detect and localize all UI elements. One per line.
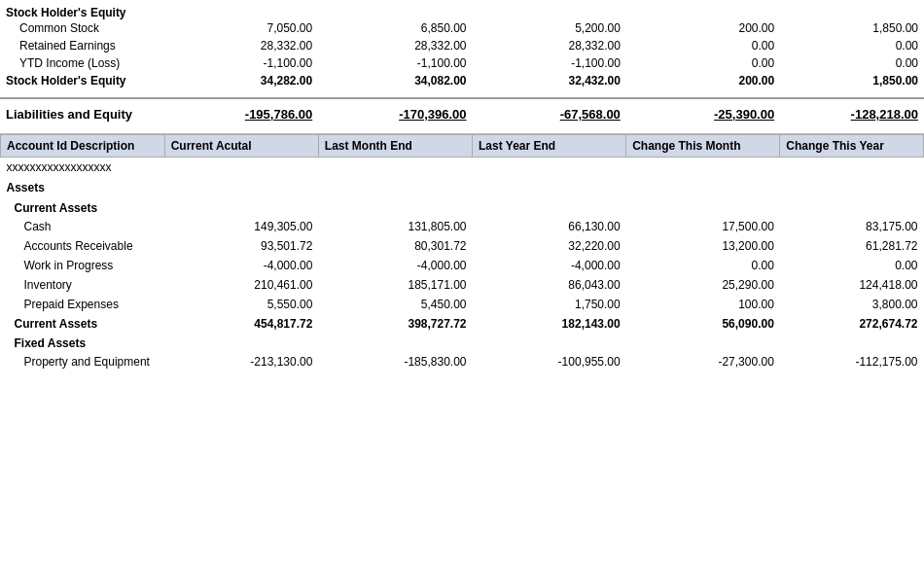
current-value: -1,100.00 [164, 54, 318, 72]
stockholders-equity-section-label: Stock Holder's Equity [0, 0, 164, 19]
last-month-value: 5,450.00 [318, 295, 472, 314]
current-value: -4,000.00 [164, 256, 318, 275]
assets-label: Assets [1, 177, 165, 198]
assets-section-header: Assets [1, 177, 924, 198]
current-assets-label: Current Assets [1, 198, 165, 217]
table-row: Prepaid Expenses 5,550.00 5,450.00 1,750… [1, 295, 924, 314]
col-header-last-month: Last Month End [318, 134, 472, 157]
change-month-value: 17,500.00 [626, 217, 780, 236]
row-label: Retained Earnings [0, 37, 164, 54]
change-month-value: 0.00 [626, 256, 780, 275]
subtotal-change-year: 1,850.00 [780, 72, 924, 89]
change-month-value: 25,290.00 [626, 275, 780, 295]
subtotal-change-month: 200.00 [626, 72, 780, 89]
col-header-last-year: Last Year End [473, 134, 626, 157]
placeholder-label: xxxxxxxxxxxxxxxxxx [1, 157, 165, 177]
last-month-value: 80,301.72 [318, 236, 472, 256]
last-year-value: 86,043.00 [473, 275, 626, 295]
last-month-value: 131,805.00 [318, 217, 472, 236]
subtotal-change-month: 56,090.00 [626, 314, 780, 334]
change-year-value: 0.00 [780, 256, 924, 275]
subtotal-last-month: 34,082.00 [318, 72, 472, 89]
row-label: Common Stock [0, 19, 164, 37]
last-month-value: 6,850.00 [318, 19, 472, 37]
col-header-current: Current Acutal [164, 134, 318, 157]
row-label: YTD Income (Loss) [0, 54, 164, 72]
col-header-change-month: Change This Month [626, 134, 780, 157]
subtotal-label: Stock Holder's Equity [0, 72, 164, 89]
total-change-month: -25,390.00 [626, 105, 780, 124]
last-year-value: -4,000.00 [473, 256, 626, 275]
table-row: Common Stock 7,050.00 6,850.00 5,200.00 … [0, 19, 924, 37]
change-month-value: -27,300.00 [626, 352, 780, 371]
subtotal-last-year: 32,432.00 [473, 72, 626, 89]
subtotal-last-year: 182,143.00 [473, 314, 626, 334]
last-month-value: -1,100.00 [318, 54, 472, 72]
table-row: YTD Income (Loss) -1,100.00 -1,100.00 -1… [0, 54, 924, 72]
total-last-month: -170,396.00 [318, 105, 472, 124]
current-value: 149,305.00 [164, 217, 318, 236]
row-label: Property and Equipment [1, 352, 165, 371]
row-label: Inventory [1, 275, 165, 295]
col-header-description: Account Id Description [1, 134, 165, 157]
current-value: 28,332.00 [164, 37, 318, 54]
current-value: 7,050.00 [164, 19, 318, 37]
last-month-value: -4,000.00 [318, 256, 472, 275]
col-header-change-year: Change This Year [780, 134, 924, 157]
fixed-assets-label: Fixed Assets [1, 334, 165, 352]
change-month-value: 100.00 [626, 295, 780, 314]
current-value: 93,501.72 [164, 236, 318, 256]
total-change-year: -128,218.00 [780, 105, 924, 124]
change-year-value: 83,175.00 [780, 217, 924, 236]
table-row: Inventory 210,461.00 185,171.00 86,043.0… [1, 275, 924, 295]
change-year-value: -112,175.00 [780, 352, 924, 371]
last-year-value: 32,220.00 [473, 236, 626, 256]
total-last-year: -67,568.00 [473, 105, 626, 124]
stockholders-equity-subtotal-row: Stock Holder's Equity 34,282.00 34,082.0… [0, 72, 924, 89]
last-year-value: -1,100.00 [473, 54, 626, 72]
subtotal-current: 34,282.00 [164, 72, 318, 89]
subtotal-change-year: 272,674.72 [780, 314, 924, 334]
current-assets-header: Current Assets [1, 198, 924, 217]
last-year-value: 1,750.00 [473, 295, 626, 314]
change-year-value: 0.00 [780, 37, 924, 54]
change-year-value: 61,281.72 [780, 236, 924, 256]
spacer-row [0, 124, 924, 133]
change-year-value: 124,418.00 [780, 275, 924, 295]
subtotal-current: 454,817.72 [164, 314, 318, 334]
column-header-row: Account Id Description Current Acutal La… [1, 134, 924, 157]
change-year-value: 3,800.00 [780, 295, 924, 314]
divider-row [0, 89, 924, 105]
row-label: Accounts Receivable [1, 236, 165, 256]
change-month-value: 0.00 [626, 37, 780, 54]
row-label: Prepaid Expenses [1, 295, 165, 314]
change-month-value: 0.00 [626, 54, 780, 72]
table-row: Work in Progress -4,000.00 -4,000.00 -4,… [1, 256, 924, 275]
change-year-value: 1,850.00 [780, 19, 924, 37]
table-row: Cash 149,305.00 131,805.00 66,130.00 17,… [1, 217, 924, 236]
liabilities-equity-total-row: Liabilities and Equity -195,786.00 -170,… [0, 105, 924, 124]
change-month-value: 200.00 [626, 19, 780, 37]
current-value: 210,461.00 [164, 275, 318, 295]
last-month-value: 28,332.00 [318, 37, 472, 54]
last-year-value: 5,200.00 [473, 19, 626, 37]
last-year-value: -100,955.00 [473, 352, 626, 371]
last-month-value: 185,171.00 [318, 275, 472, 295]
total-current: -195,786.00 [164, 105, 318, 124]
current-assets-subtotal-row: Current Assets 454,817.72 398,727.72 182… [1, 314, 924, 334]
table-row: Retained Earnings 28,332.00 28,332.00 28… [0, 37, 924, 54]
table-row: Accounts Receivable 93,501.72 80,301.72 … [1, 236, 924, 256]
total-label: Liabilities and Equity [0, 105, 164, 124]
last-month-value: -185,830.00 [318, 352, 472, 371]
current-value: -213,130.00 [164, 352, 318, 371]
subtotal-label: Current Assets [1, 314, 165, 334]
change-year-value: 0.00 [780, 54, 924, 72]
last-year-value: 66,130.00 [473, 217, 626, 236]
table-row: Property and Equipment -213,130.00 -185,… [1, 352, 924, 371]
placeholder-row: xxxxxxxxxxxxxxxxxx [1, 157, 924, 177]
last-year-value: 28,332.00 [473, 37, 626, 54]
row-label: Work in Progress [1, 256, 165, 275]
current-value: 5,550.00 [164, 295, 318, 314]
row-label: Cash [1, 217, 165, 236]
subtotal-last-month: 398,727.72 [318, 314, 472, 334]
